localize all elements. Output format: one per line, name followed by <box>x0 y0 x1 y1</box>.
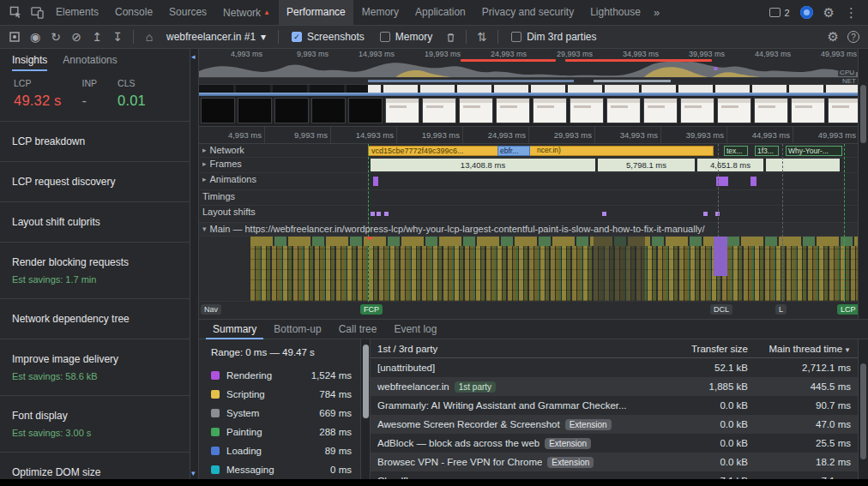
layout-shift-marker[interactable] <box>703 212 708 216</box>
metric-inp[interactable]: INP - <box>82 78 98 109</box>
scrollbar-thumb[interactable] <box>860 85 866 143</box>
tab-console[interactable]: Console <box>107 0 160 25</box>
column-party[interactable]: 1st / 3rd party <box>371 344 654 354</box>
throttling-icon[interactable]: ⇅ <box>473 27 491 47</box>
table-row[interactable]: [unattributed] 52.1 kB 2,712.1 ms <box>371 358 868 377</box>
collect-garbage-icon[interactable] <box>441 27 460 47</box>
dcl-marker[interactable]: DCL <box>710 304 732 315</box>
filmstrip-frame[interactable] <box>828 98 858 123</box>
insight-lcp-breakdown[interactable]: LCP breakdown <box>0 121 190 161</box>
column-transfer-size[interactable]: Transfer size <box>654 344 748 354</box>
home-icon[interactable]: ⌂ <box>140 27 159 47</box>
main-thread-flame-chart[interactable] <box>199 237 858 302</box>
tab-insights[interactable]: Insights <box>12 49 47 71</box>
inspect-element-icon[interactable] <box>5 2 26 24</box>
layout-shift-marker[interactable] <box>602 212 606 216</box>
load-marker[interactable]: L <box>775 304 787 315</box>
frames-track[interactable]: ▸Frames 13,408.8 ms 5,798.1 ms 4,651.8 m… <box>199 158 858 173</box>
tab-summary[interactable]: Summary <box>206 320 263 339</box>
tab-annotations[interactable]: Annotations <box>63 49 117 71</box>
network-request-bar[interactable]: Why-Your-... <box>786 146 842 156</box>
tab-bottom-up[interactable]: Bottom-up <box>267 320 328 339</box>
metric-lcp[interactable]: LCP 49.32 s <box>14 78 62 109</box>
load-profile-icon[interactable]: ↥ <box>87 27 106 47</box>
filmstrip-frame[interactable] <box>606 98 641 123</box>
insight-render-blocking[interactable]: Render blocking requests Est savings: 1.… <box>0 242 190 298</box>
help-icon[interactable]: ? <box>847 31 859 43</box>
tab-elements[interactable]: Elements <box>48 0 106 25</box>
layout-shift-marker[interactable] <box>384 212 389 216</box>
screenshots-checkbox[interactable]: ✓ Screenshots <box>285 31 371 43</box>
network-request-label[interactable]: ncer.in) <box>535 146 575 156</box>
tab-sources[interactable]: Sources <box>161 0 214 25</box>
collapse-sidebar-icon[interactable]: ◂ <box>191 52 196 61</box>
scrollbar-thumb[interactable] <box>363 345 369 418</box>
recording-indicator-icon[interactable] <box>800 6 813 19</box>
network-track[interactable]: ▸Network vcd15cbe7772f49c399c6... ebfr..… <box>199 144 858 158</box>
frame-block[interactable] <box>766 159 840 171</box>
filmstrip-frame[interactable] <box>717 98 751 123</box>
filmstrip-frame[interactable] <box>643 98 678 123</box>
more-options-icon[interactable]: ⋮ <box>845 5 858 21</box>
insight-improve-image-delivery[interactable]: Improve image delivery Est savings: 58.6… <box>0 339 190 395</box>
tab-memory[interactable]: Memory <box>354 0 407 25</box>
scroll-down-icon[interactable]: ▾ <box>191 469 196 477</box>
filmstrip-frame[interactable] <box>385 98 419 123</box>
filmstrip-frame[interactable] <box>274 98 309 123</box>
table-row[interactable]: Grammarly: AI Writing Assistant and Gram… <box>371 396 868 415</box>
save-profile-icon[interactable]: ↧ <box>108 27 127 47</box>
profile-select[interactable]: webfreelancer.in #1 ▾ <box>160 31 272 43</box>
table-row[interactable]: Browsec VPN - Free VPN for ChromeExtensi… <box>371 453 868 471</box>
filmstrip-frame[interactable] <box>422 98 456 123</box>
tab-performance[interactable]: Performance <box>279 0 353 25</box>
filmstrip-frame[interactable] <box>754 98 788 123</box>
animation-block[interactable] <box>373 177 378 186</box>
layout-shifts-track[interactable]: Layout shifts <box>199 206 858 223</box>
frame-duration[interactable]: 4,651.8 ms <box>697 159 763 171</box>
filmstrip-frame[interactable] <box>533 98 567 123</box>
frame-duration[interactable]: 13,408.8 ms <box>371 159 595 171</box>
fcp-marker[interactable]: FCP <box>360 304 383 315</box>
filmstrip-frame[interactable] <box>459 98 493 123</box>
network-request-bar[interactable]: 1f3... <box>755 146 779 156</box>
sidebar-scrollbar[interactable]: ◂ ▾ <box>190 49 199 479</box>
column-main-thread-time[interactable]: Main thread time▼ <box>748 344 858 354</box>
expand-icon[interactable]: ▸ <box>202 146 207 154</box>
clear-icon[interactable]: ⊘ <box>67 27 86 47</box>
filmstrip-frame[interactable] <box>238 98 272 123</box>
tab-lighthouse[interactable]: Lighthouse <box>582 0 648 25</box>
lcp-marker[interactable]: LCP <box>837 304 858 315</box>
collapse-icon[interactable]: ▾ <box>202 225 207 233</box>
settings-gear-icon[interactable]: ⚙ <box>823 5 835 21</box>
timeline-scrollbar[interactable] <box>858 49 868 319</box>
insight-font-display[interactable]: Font display Est savings: 3.00 s <box>0 395 190 452</box>
table-row[interactable]: webfreelancer.in1st party 1,885 kB 445.5… <box>371 377 868 396</box>
device-toolbar-icon[interactable] <box>27 2 47 24</box>
filmstrip-frame[interactable] <box>201 98 235 123</box>
main-thread-track-header[interactable]: ▾Main — https://webfreelancer.in/wordpre… <box>199 223 858 237</box>
scrollbar-thumb[interactable] <box>860 363 866 459</box>
filmstrip-frame[interactable] <box>680 98 714 123</box>
live-metrics-icon[interactable] <box>5 27 24 47</box>
timings-track[interactable]: Timings <box>199 190 858 206</box>
insight-network-dependency-tree[interactable]: Network dependency tree <box>0 298 190 339</box>
insight-layout-shift-culprits[interactable]: Layout shift culprits <box>0 201 190 242</box>
metric-cls[interactable]: CLS 0.01 <box>118 78 146 109</box>
tab-call-tree[interactable]: Call tree <box>332 320 384 339</box>
animations-track[interactable]: ▸Animations <box>199 173 858 190</box>
expand-icon[interactable]: ▸ <box>202 159 207 168</box>
filmstrip-frame[interactable] <box>496 98 530 123</box>
table-row[interactable]: Awesome Screen Recorder & ScreenshotExte… <box>371 415 868 434</box>
more-tabs-icon[interactable]: » <box>649 6 664 19</box>
tab-application[interactable]: Application <box>407 0 473 25</box>
insight-optimize-dom-size[interactable]: Optimize DOM size <box>0 452 190 479</box>
animation-block[interactable] <box>750 177 756 186</box>
reload-and-record-icon[interactable]: ↻ <box>46 27 65 47</box>
layout-shift-marker[interactable] <box>371 212 375 216</box>
table-row[interactable]: Cloudflare 7.1 kB 7.1 ms <box>371 471 868 479</box>
network-request-bar[interactable]: tex... <box>724 146 748 156</box>
capture-settings-gear-icon[interactable]: ⚙ <box>828 29 839 45</box>
filmstrip-frame[interactable] <box>791 98 825 123</box>
insight-lcp-request-discovery[interactable]: LCP request discovery <box>0 161 190 201</box>
filmstrip-frame[interactable] <box>348 98 383 123</box>
